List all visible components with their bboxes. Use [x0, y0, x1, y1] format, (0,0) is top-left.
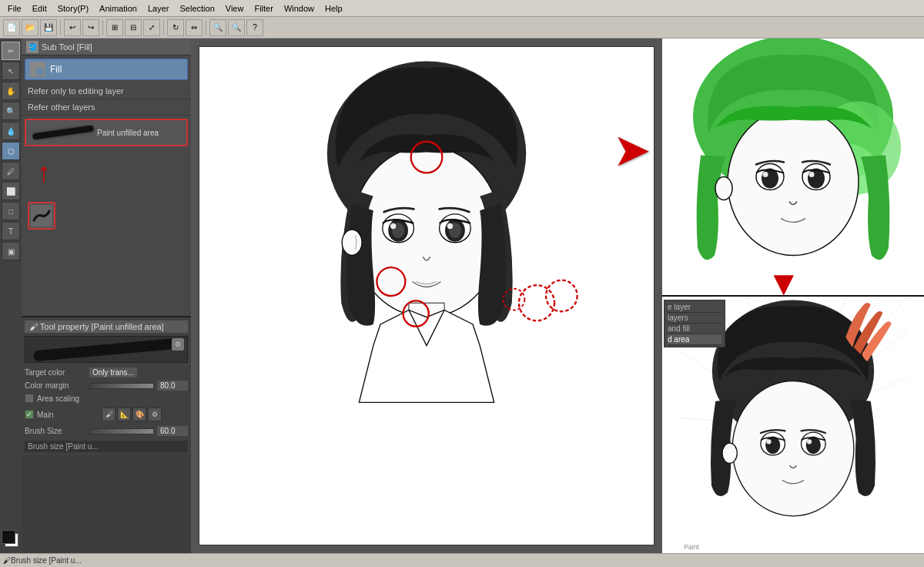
- toolbar-zoom-in[interactable]: 🔍: [209, 19, 226, 36]
- tool-property-title: 🖌 Tool property [Paint unfilled area]: [25, 320, 188, 333]
- toolbar-undo[interactable]: ↩: [64, 19, 81, 36]
- status-text: 🖌: [3, 556, 11, 565]
- area-scaling-checkbox[interactable]: [25, 394, 34, 403]
- prop-icon-3[interactable]: 🎨: [132, 408, 146, 421]
- prop-status-bar: Brush size [Paint u...: [25, 441, 188, 452]
- tool-select[interactable]: ↖: [2, 62, 20, 80]
- paint-unfilled-label: Paint unfilled area: [97, 129, 159, 137]
- foreground-color: [2, 530, 15, 544]
- sub-tool-header: 🪣 Sub Tool [Fill]: [22, 39, 191, 55]
- tool-thumbnail: [31, 205, 52, 226]
- svg-point-46: [732, 381, 854, 516]
- fill-tool-item[interactable]: Fill: [25, 59, 188, 80]
- prop-color-margin-value[interactable]: 80.0: [157, 381, 188, 391]
- right-panel-bottom: e layer layers and fill d area: [662, 297, 924, 553]
- main-drawing-canvas[interactable]: [199, 46, 654, 545]
- menu-animation[interactable]: Animation: [95, 2, 142, 15]
- layer-row-4: d area: [668, 334, 721, 345]
- menu-help[interactable]: Help: [320, 2, 347, 15]
- toolbar-new[interactable]: 📄: [3, 19, 20, 36]
- toolbar-open[interactable]: 📂: [22, 19, 38, 36]
- prop-target-color-value[interactable]: Only trans...: [89, 367, 137, 377]
- refer-other-layers[interactable]: Refer other layers: [22, 99, 191, 116]
- toolbar-transform[interactable]: ⤢: [143, 19, 160, 36]
- prop-color-margin-row: Color margin 80.0: [25, 379, 188, 392]
- prop-brush-size-label: Brush Size: [25, 427, 86, 435]
- svg-point-13: [342, 230, 362, 255]
- svg-point-52: [807, 439, 812, 444]
- right-panels: ▼ e layer layers and fill d area: [662, 39, 924, 553]
- tool-gradient[interactable]: ▣: [2, 242, 20, 260]
- menu-file[interactable]: File: [3, 2, 26, 15]
- toolbar-zoom-out[interactable]: 🔍: [228, 19, 245, 36]
- prop-icon-1[interactable]: 🖌: [102, 408, 116, 421]
- tool-eyedropper[interactable]: 💧: [2, 122, 20, 140]
- refer-editing-layer[interactable]: Refer only to editing layer: [22, 83, 191, 99]
- prop-brush-size-value[interactable]: 60.0: [157, 426, 188, 436]
- menu-edit[interactable]: Edit: [28, 2, 52, 15]
- svg-point-8: [390, 223, 396, 229]
- prop-color-margin-label: Color margin: [25, 381, 86, 390]
- tool-text[interactable]: T: [2, 222, 20, 240]
- toolbar-select-all[interactable]: ⊞: [106, 19, 123, 36]
- layer-row-3: and fill: [668, 324, 721, 334]
- menu-layer[interactable]: Layer: [143, 2, 174, 15]
- color-swatches[interactable]: [2, 530, 20, 549]
- prop-target-color-row: Target color Only trans...: [25, 366, 188, 379]
- tool-hand[interactable]: ✋: [2, 82, 20, 100]
- toolbar-sep-4: [206, 20, 206, 35]
- color-margin-slider[interactable]: [89, 383, 154, 389]
- tool-property-panel: 🖌 Tool property [Paint unfilled area] ⚙ …: [22, 316, 191, 455]
- brush-size-slider[interactable]: [89, 428, 154, 434]
- tool-zoom[interactable]: 🔍: [2, 102, 20, 120]
- toolbar-redo[interactable]: ↪: [82, 19, 99, 36]
- tool-pen[interactable]: 🖊: [2, 162, 20, 180]
- green-hair-illustration: [662, 39, 924, 295]
- svg-point-30: [809, 172, 815, 177]
- brush-preview-large: ⚙: [25, 336, 188, 363]
- tool-eraser[interactable]: ⬜: [2, 182, 20, 200]
- menu-bar: File Edit Story(P) Animation Layer Selec…: [0, 0, 924, 17]
- menu-selection[interactable]: Selection: [176, 2, 219, 15]
- toolbar-save[interactable]: 💾: [40, 19, 57, 36]
- brush-stroke-preview: [32, 125, 94, 140]
- toolbar-sep-2: [102, 20, 103, 35]
- tool-sidebar: ✏ ↖ ✋ 🔍 💧 ⬡ 🖊 ⬜ □ T ▣: [0, 39, 22, 553]
- prop-brush-size-row: Brush Size 60.0: [25, 424, 188, 438]
- svg-point-12: [447, 223, 453, 229]
- sub-tool-title: Sub Tool [Fill]: [42, 42, 92, 52]
- brush-stroke-shape: [32, 125, 94, 139]
- prop-area-scaling-label: Area scaling: [37, 394, 99, 403]
- toolbar-rotate[interactable]: ↻: [167, 19, 184, 36]
- layer-row-2: layers: [668, 313, 721, 324]
- prop-icon-4[interactable]: ⚙: [148, 408, 162, 421]
- left-panel: 🪣 Sub Tool [Fill] Fill Refer only to edi…: [22, 39, 191, 553]
- toolbar-sep-1: [60, 20, 61, 35]
- prop-icon-2[interactable]: 📐: [117, 408, 131, 421]
- tool-shape[interactable]: □: [2, 202, 20, 220]
- tool-fill[interactable]: ⬡: [2, 142, 20, 160]
- toolbar-help[interactable]: ?: [246, 19, 263, 36]
- arrow-to-right-panel: ➤: [614, 131, 648, 171]
- paint-unfilled-inner: Paint unfilled area: [29, 123, 183, 142]
- svg-point-24: [728, 109, 859, 256]
- svg-point-49: [766, 439, 771, 444]
- canvas-area[interactable]: ➤: [191, 39, 924, 553]
- tool-brush[interactable]: ✏: [2, 42, 20, 60]
- main-checkbox[interactable]: ✓: [25, 410, 34, 419]
- menu-filter[interactable]: Filter: [249, 2, 277, 15]
- menu-story[interactable]: Story(P): [53, 2, 93, 15]
- toolbar-deselect[interactable]: ⊟: [125, 19, 142, 36]
- brush-settings-icon[interactable]: ⚙: [172, 338, 184, 351]
- bottom-tool-icon-box[interactable]: [28, 202, 55, 230]
- sub-tool-panel: 🪣 Sub Tool [Fill] Fill Refer only to edi…: [22, 39, 191, 316]
- toolbar-sep-3: [163, 20, 164, 35]
- paint-unfilled-area-item[interactable]: Paint unfilled area: [25, 119, 188, 146]
- toolbar-flip[interactable]: ⇔: [186, 19, 203, 36]
- app-container: File Edit Story(P) Animation Layer Selec…: [0, 0, 924, 567]
- menu-view[interactable]: View: [221, 2, 249, 15]
- annotation-arrow-up: ↑: [37, 159, 51, 186]
- svg-point-53: [722, 443, 737, 463]
- prop-main-row: ✓ Main 🖌 📐 🎨 ⚙: [25, 404, 188, 424]
- menu-window[interactable]: Window: [280, 2, 319, 15]
